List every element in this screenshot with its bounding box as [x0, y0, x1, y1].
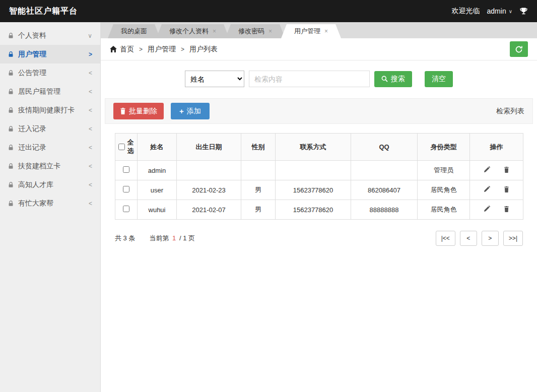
batch-delete-button[interactable]: 批量删除	[113, 103, 164, 119]
lock-icon	[8, 70, 14, 76]
welcome-text: 欢迎光临	[452, 7, 480, 16]
tab-desktop[interactable]: 我的桌面	[108, 24, 160, 38]
edit-icon[interactable]	[484, 206, 490, 212]
sidebar-item-help[interactable]: 有忙大家帮 <	[0, 194, 100, 213]
tab-label: 我的桌面	[121, 24, 147, 38]
row-checkbox[interactable]	[123, 206, 129, 212]
cell-role: 居民角色	[418, 200, 470, 220]
sidebar-item-label: 公告管理	[18, 69, 46, 78]
chevron-icon: <	[89, 181, 92, 188]
chevron-icon: <	[89, 200, 92, 207]
refresh-icon	[515, 45, 523, 53]
lock-icon	[8, 182, 14, 188]
tab-edit-profile[interactable]: 修改个人资料 ×	[156, 24, 229, 38]
search-field-select[interactable]: 姓名	[185, 71, 244, 87]
cell-actions	[470, 180, 523, 200]
sidebar-item-user-management[interactable]: 用户管理 >	[0, 45, 100, 63]
next-page-button[interactable]: >	[482, 231, 499, 246]
refresh-button[interactable]	[510, 41, 528, 57]
pagination: 共 3 条 当前第 1 / 1 页 |<< < > >>|	[115, 231, 523, 246]
sidebar-item-announcements[interactable]: 公告管理 <	[0, 63, 100, 82]
edit-icon[interactable]	[484, 166, 490, 173]
col-header-birthdate: 出生日期	[177, 134, 241, 161]
close-icon[interactable]: ×	[324, 28, 328, 34]
add-button[interactable]: + 添加	[171, 103, 210, 119]
cell-gender: 男	[241, 180, 276, 200]
row-checkbox[interactable]	[123, 186, 129, 192]
tab-label: 修改个人资料	[169, 24, 209, 38]
sidebar-item-move-in[interactable]: 迁入记录 <	[0, 119, 100, 138]
tab-change-password[interactable]: 修改密码 ×	[225, 24, 285, 38]
sidebar-item-label: 有忙大家帮	[18, 199, 53, 208]
breadcrumb-home[interactable]: 首页	[120, 45, 134, 54]
chevron-icon: <	[89, 70, 92, 77]
search-button[interactable]: 搜索	[374, 71, 412, 87]
cell-phone	[276, 161, 351, 180]
sidebar-item-profile[interactable]: 个人资料 ∨	[0, 26, 100, 45]
sidebar-item-household[interactable]: 居民户籍管理 <	[0, 82, 100, 101]
breadcrumb-section[interactable]: 用户管理	[148, 45, 176, 54]
plus-icon: +	[179, 107, 184, 115]
table-row: admin 管理员	[115, 161, 523, 180]
delete-icon[interactable]	[504, 167, 509, 173]
delete-icon[interactable]	[504, 186, 509, 192]
user-table: 全选 姓名 出生日期 性别 联系方式 QQ 身份类型 操作 admin 管理员	[115, 133, 523, 220]
cell-name: admin	[138, 161, 177, 180]
tab-user-management[interactable]: 用户管理 ×	[281, 24, 341, 38]
add-button-label: 添加	[187, 107, 201, 116]
cell-phone: 15623778620	[276, 180, 351, 200]
lock-icon	[8, 201, 14, 207]
cell-name: wuhui	[138, 200, 177, 220]
edit-icon[interactable]	[484, 186, 490, 192]
trophy-icon[interactable]	[519, 7, 528, 16]
chevron-icon: <	[89, 107, 92, 114]
select-all-checkbox[interactable]	[118, 144, 125, 150]
clear-button[interactable]: 清空	[425, 71, 453, 87]
breadcrumb-separator: >	[139, 46, 143, 53]
user-menu[interactable]: admin ∨	[487, 7, 512, 15]
list-title: 检索列表	[496, 107, 524, 116]
sidebar-item-talent-pool[interactable]: 高知人才库 <	[0, 175, 100, 194]
trash-icon	[120, 108, 126, 114]
current-page-number: 1	[172, 234, 176, 242]
close-icon[interactable]: ×	[268, 28, 272, 34]
sidebar-item-label: 扶贫建档立卡	[18, 162, 60, 171]
pager-buttons: |<< < > >>|	[436, 231, 523, 246]
sidebar-item-poverty-files[interactable]: 扶贫建档立卡 <	[0, 157, 100, 175]
first-page-button[interactable]: |<<	[436, 231, 455, 246]
cell-birthdate: 2021-02-23	[177, 180, 241, 200]
col-header-actions: 操作	[470, 134, 523, 161]
close-icon[interactable]: ×	[213, 28, 216, 34]
sidebar-item-label: 用户管理	[18, 50, 46, 59]
table-header-row: 全选 姓名 出生日期 性别 联系方式 QQ 身份类型 操作	[115, 134, 523, 161]
total-count: 共 3 条	[115, 234, 135, 243]
sidebar-item-health-checkin[interactable]: 疫情期间健康打卡 <	[0, 101, 100, 119]
lock-icon	[8, 107, 14, 113]
chevron-icon: >	[89, 51, 92, 58]
col-header-phone: 联系方式	[276, 134, 351, 161]
cell-gender	[241, 161, 276, 180]
delete-icon[interactable]	[504, 206, 509, 212]
prev-page-button[interactable]: <	[460, 231, 477, 246]
search-icon	[381, 76, 388, 82]
lock-icon	[8, 145, 14, 151]
cell-actions	[470, 200, 523, 220]
row-checkbox[interactable]	[123, 166, 129, 173]
lock-icon	[8, 33, 14, 39]
lock-icon	[8, 89, 14, 95]
table-row: user 2021-02-23 男 15623778620 862086407 …	[115, 180, 523, 200]
breadcrumb: 首页 > 用户管理 > 用户列表	[101, 38, 537, 60]
chevron-icon: ∨	[88, 32, 92, 39]
batch-delete-label: 批量删除	[129, 107, 157, 116]
cell-birthdate: 2021-02-07	[177, 200, 241, 220]
tab-label: 用户管理	[294, 24, 320, 38]
breadcrumb-separator: >	[181, 46, 184, 53]
chevron-icon: <	[89, 144, 92, 151]
sidebar-item-label: 迁入记录	[18, 124, 46, 134]
main-content: 我的桌面 修改个人资料 × 修改密码 × 用户管理 × 首页 > 用户管理 > …	[101, 22, 537, 392]
sidebar-item-move-out[interactable]: 迁出记录 <	[0, 138, 100, 157]
home-icon	[110, 46, 117, 52]
last-page-button[interactable]: >>|	[503, 231, 523, 246]
cell-phone: 15623778620	[276, 200, 351, 220]
search-input[interactable]	[249, 71, 370, 87]
